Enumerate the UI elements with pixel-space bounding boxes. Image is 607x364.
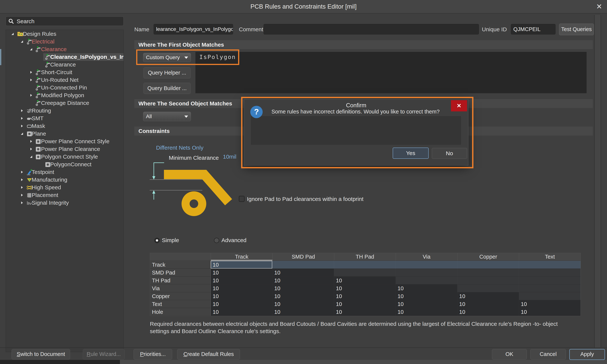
matrix-cell-track-text[interactable] (519, 261, 581, 269)
matrix-cell-track-smd-pad[interactable] (272, 261, 334, 269)
tree-expand-icon[interactable] (30, 94, 33, 97)
tree-item-high-speed[interactable]: High Speed (6, 184, 123, 191)
create-default-rules-button[interactable]: Create Default Rules (177, 349, 240, 360)
matrix-cell-copper-track[interactable]: 10 (211, 292, 272, 300)
tree-collapse-icon[interactable] (30, 48, 33, 51)
scope-dropdown-second[interactable]: All (143, 112, 191, 121)
matrix-cell-text-track[interactable]: 10 (211, 300, 272, 308)
query-editor-area[interactable] (195, 52, 587, 93)
matrix-cell-text-text[interactable]: 10 (519, 300, 581, 308)
cancel-button[interactable]: Cancel (530, 349, 566, 360)
matrix-cell-track-track[interactable]: 10 (211, 261, 272, 269)
tree-expand-icon[interactable] (30, 148, 33, 151)
switch-to-document-view-button[interactable]: Switch to Document View (12, 349, 70, 360)
collapsed-panel-tab[interactable] (0, 49, 1, 65)
matrix-cell-hole-th-pad[interactable]: 10 (334, 308, 396, 316)
tree-item-signal-integrity[interactable]: Signal Integrity (6, 199, 123, 207)
tree-expand-icon[interactable] (20, 201, 23, 204)
min-clearance-value[interactable]: 10mil (223, 154, 237, 160)
tree-item-manufacturing[interactable]: Manufacturing (6, 176, 123, 184)
tree-item-mask[interactable]: Mask (6, 122, 123, 130)
tree-collapse-icon[interactable] (11, 32, 14, 35)
test-queries-button[interactable]: Test Queries (559, 24, 594, 35)
matrix-cell-hole-text[interactable]: 10 (519, 308, 581, 316)
tree-item-clearance-ispolygon-vs-inpoly[interactable]: Clearance_IsPolygon_vs_InPoly (6, 53, 123, 61)
tree-item-polygonconnect[interactable]: PolygonConnect (6, 161, 123, 168)
matrix-cell-copper-copper[interactable]: 10 (457, 292, 519, 300)
scope-dropdown-first[interactable]: Custom Query (143, 53, 191, 62)
matrix-cell-hole-smd-pad[interactable]: 10 (272, 308, 334, 316)
tree-item-clearance[interactable]: Clearance (6, 61, 123, 68)
matrix-cell-copper-smd-pad[interactable]: 10 (272, 292, 334, 300)
matrix-cell-smd-pad-track[interactable]: 10 (211, 269, 272, 277)
search-input[interactable]: Search (6, 16, 124, 26)
tree-item-short-circuit[interactable]: Short-Circuit (6, 68, 123, 76)
tree-expand-icon[interactable] (30, 140, 33, 143)
matrix-cell-th-pad-text[interactable] (519, 277, 581, 285)
tree-expand-icon[interactable] (20, 186, 23, 189)
tree-expand-icon[interactable] (30, 71, 33, 74)
name-field[interactable]: learance_IsPolygon_vs_InPolygon (154, 24, 233, 34)
query-text[interactable]: IsPolygon (199, 53, 236, 60)
matrix-cell-copper-text[interactable] (519, 292, 581, 300)
tree-expand-icon[interactable] (20, 109, 23, 112)
tree-item-un-connected-pin[interactable]: Un-Connected Pin (6, 84, 123, 91)
matrix-cell-via-text[interactable] (519, 285, 581, 292)
tree-item-routing[interactable]: Routing (6, 107, 123, 115)
unique-id-field[interactable]: QJMCPEIL (511, 24, 555, 34)
matrix-cell-track-copper[interactable] (457, 261, 519, 269)
matrix-cell-via-th-pad[interactable]: 10 (334, 285, 396, 292)
tree-collapse-icon[interactable] (20, 132, 23, 135)
tree-item-design-rules[interactable]: Design Rules (6, 30, 123, 38)
matrix-cell-hole-track[interactable]: 10 (211, 308, 272, 316)
tree-expand-icon[interactable] (20, 194, 23, 197)
tree-item-polygon-connect-style[interactable]: Polygon Connect Style (6, 153, 123, 161)
matrix-cell-copper-via[interactable]: 10 (396, 292, 457, 300)
query-helper-button[interactable]: Query Helper ... (144, 67, 191, 78)
matrix-cell-th-pad-track[interactable]: 10 (211, 277, 272, 285)
matrix-cell-track-via[interactable] (396, 261, 457, 269)
ignore-pad-checkbox[interactable] (239, 196, 244, 202)
tree-item-plane[interactable]: Plane (6, 130, 123, 138)
tree-item-un-routed-net[interactable]: Un-Routed Net (6, 76, 123, 84)
tree-expand-icon[interactable] (30, 78, 33, 81)
no-button[interactable]: No (432, 148, 467, 159)
priorities-button[interactable]: Priorities... (133, 349, 172, 360)
matrix-cell-th-pad-smd-pad[interactable]: 10 (272, 277, 334, 285)
tree-collapse-icon[interactable] (20, 40, 23, 43)
matrix-cell-via-via[interactable]: 10 (396, 285, 457, 292)
tree-item-placement[interactable]: Placement (6, 191, 123, 199)
ok-button[interactable]: OK (492, 349, 527, 360)
tree-item-smt[interactable]: SMT (6, 115, 123, 122)
window-close-icon[interactable]: ✕ (596, 2, 602, 11)
tree-expand-icon[interactable] (20, 125, 23, 128)
apply-button[interactable]: Apply (569, 349, 605, 360)
matrix-cell-th-pad-copper[interactable] (457, 277, 519, 285)
tree-item-electrical[interactable]: Electrical (6, 38, 123, 46)
tree-item-clearance[interactable]: Clearance (6, 46, 123, 53)
tree-item-power-plane-clearance[interactable]: Power Plane Clearance (6, 145, 123, 153)
simple-radio[interactable] (154, 238, 160, 243)
net-scope-link[interactable]: Different Nets Only (156, 144, 203, 151)
yes-button[interactable]: Yes (393, 148, 429, 159)
matrix-cell-via-smd-pad[interactable]: 10 (272, 285, 334, 292)
tree-collapse-icon[interactable] (30, 155, 33, 158)
matrix-cell-smd-pad-copper[interactable] (457, 269, 519, 277)
matrix-cell-hole-copper[interactable]: 10 (457, 308, 519, 316)
matrix-cell-text-th-pad[interactable]: 10 (334, 300, 396, 308)
query-builder-button[interactable]: Query Builder ... (144, 83, 191, 94)
tree-item-testpoint[interactable]: Testpoint (6, 168, 123, 176)
matrix-cell-text-copper[interactable]: 10 (457, 300, 519, 308)
matrix-cell-smd-pad-smd-pad[interactable]: 10 (272, 269, 334, 277)
matrix-cell-track-th-pad[interactable] (334, 261, 396, 269)
matrix-cell-text-smd-pad[interactable]: 10 (272, 300, 334, 308)
matrix-cell-smd-pad-th-pad[interactable] (334, 269, 396, 277)
matrix-cell-text-via[interactable]: 10 (396, 300, 457, 308)
matrix-cell-th-pad-th-pad[interactable]: 10 (334, 277, 396, 285)
matrix-cell-via-track[interactable]: 10 (211, 285, 272, 292)
comment-field[interactable] (264, 24, 479, 34)
tree-expand-icon[interactable] (20, 178, 23, 181)
matrix-cell-smd-pad-via[interactable] (396, 269, 457, 277)
matrix-cell-copper-th-pad[interactable]: 10 (334, 292, 396, 300)
tree-expand-icon[interactable] (20, 170, 23, 174)
